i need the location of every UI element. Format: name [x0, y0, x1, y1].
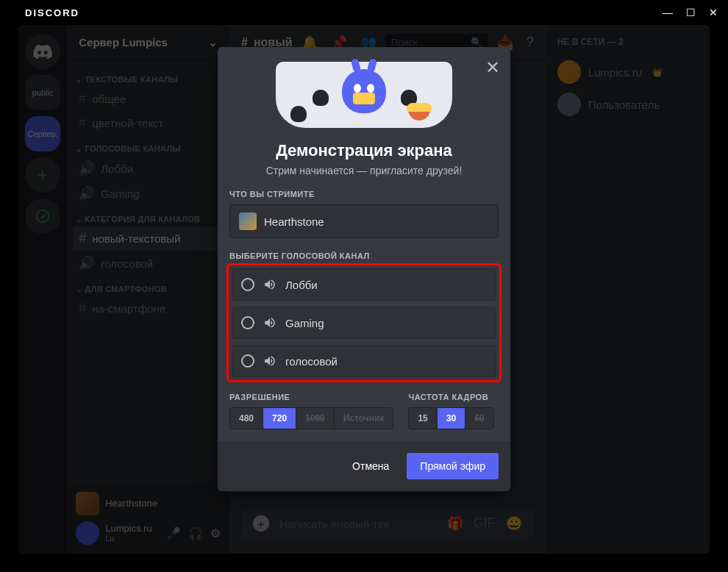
minimize-icon[interactable]: — [663, 7, 673, 18]
resolution-option-disabled[interactable]: Источник [335, 408, 393, 429]
resolution-label: РАЗРЕШЕНИЕ [229, 393, 393, 401]
voice-channel-option[interactable]: Gaming [232, 307, 496, 339]
speaker-icon [263, 354, 276, 368]
radio-icon [241, 354, 254, 368]
resolution-option[interactable]: 480 [230, 408, 263, 429]
modal-overlay: ✕ Демонстрация экрана Стрим начинается —… [0, 25, 728, 572]
resolution-option-disabled[interactable]: 1080 [296, 408, 335, 429]
voice-channel-name: голосовой [285, 355, 338, 368]
stream-source-box[interactable]: Hearthstone [229, 204, 499, 238]
fps-label: ЧАСТОТА КАДРОВ [408, 393, 493, 401]
window-titlebar: DISCORD — ☐ ✕ [0, 0, 728, 25]
window-controls: — ☐ ✕ [663, 7, 718, 18]
fps-option-disabled[interactable]: 60 [465, 408, 493, 429]
close-icon[interactable]: ✕ [485, 57, 500, 78]
stream-app-name: Hearthstone [264, 215, 324, 228]
go-live-button[interactable]: Прямой эфир [407, 453, 499, 479]
radio-icon [241, 278, 254, 291]
modal-subtitle: Стрим начинается — пригласите друзей! [229, 165, 499, 176]
maximize-icon[interactable]: ☐ [686, 7, 696, 18]
voice-channel-name: Gaming [285, 317, 324, 329]
resolution-selector: 480 720 1080 Источник [229, 407, 393, 429]
close-icon[interactable]: ✕ [709, 7, 718, 18]
modal-footer: Отмена Прямой эфир [218, 441, 510, 491]
voice-channel-label: ВЫБЕРИТЕ ГОЛОСОВОЙ КАНАЛ [229, 251, 499, 260]
fps-option-selected[interactable]: 30 [438, 408, 465, 429]
modal-hero-art [218, 47, 510, 128]
fps-option[interactable]: 15 [409, 408, 437, 429]
speaker-icon [263, 278, 276, 291]
radio-icon [241, 316, 254, 329]
hearthstone-icon [239, 212, 257, 230]
speaker-icon [263, 316, 276, 329]
app-name: DISCORD [25, 7, 79, 18]
voice-channel-option[interactable]: Лобби [232, 268, 496, 301]
screen-share-modal: ✕ Демонстрация экрана Стрим начинается —… [218, 47, 510, 491]
modal-title: Демонстрация экрана [229, 141, 499, 160]
cancel-button[interactable]: Отмена [340, 453, 401, 479]
highlighted-section: Лобби Gaming голосовой [226, 263, 502, 382]
resolution-option-selected[interactable]: 720 [263, 408, 296, 429]
fps-selector: 15 30 60 [408, 407, 493, 429]
stream-source-label: ЧТО ВЫ СТРИМИТЕ [229, 190, 499, 199]
voice-channel-option[interactable]: голосовой [232, 345, 496, 377]
voice-channel-name: Лобби [285, 279, 318, 291]
